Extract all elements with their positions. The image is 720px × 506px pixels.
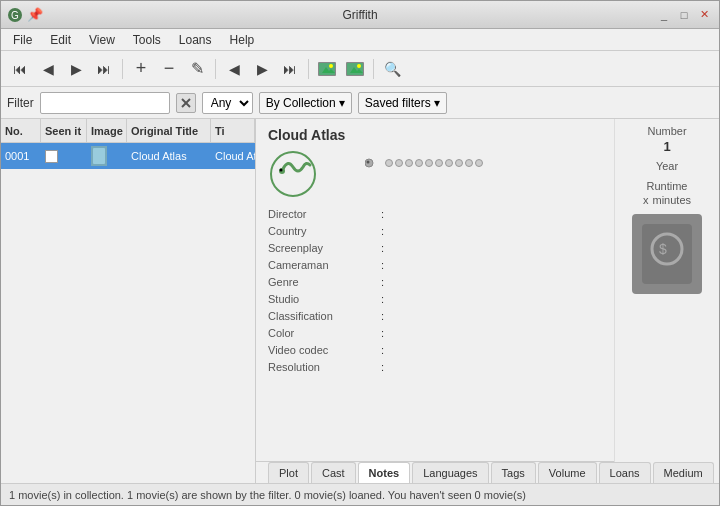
cover-placeholder: $ — [632, 214, 702, 294]
edit-button[interactable]: ✎ — [184, 56, 210, 82]
menu-help[interactable]: Help — [222, 31, 263, 49]
tab-notes[interactable]: Notes — [358, 462, 411, 483]
next2-button[interactable]: ▶ — [249, 56, 275, 82]
field-label-screenplay: Screenplay — [268, 240, 378, 256]
close-button[interactable]: ✕ — [695, 6, 713, 24]
filter-clear-button[interactable] — [176, 93, 196, 113]
movie-list-panel: No. Seen it Image Original Title Ti 0001 — [1, 119, 256, 483]
runtime-x: x — [643, 194, 649, 206]
filter-any-dropdown[interactable]: Any — [202, 92, 253, 114]
filter-bar: Filter Any By Collection ▾ Saved filters… — [1, 87, 719, 119]
detail-sidebar: Number 1 Year Runtime x minutes $ — [614, 119, 719, 483]
image2-button[interactable] — [342, 56, 368, 82]
sidebar-number-label: Number — [647, 125, 686, 137]
app-icon: G — [7, 7, 23, 23]
status-bar: 1 movie(s) in collection. 1 movie(s) are… — [1, 483, 719, 505]
svg-point-18 — [367, 161, 370, 164]
rating-dot-3 — [405, 159, 413, 167]
minimize-button[interactable]: _ — [655, 6, 673, 24]
title-bar: G 📌 Griffith _ □ ✕ — [1, 1, 719, 29]
filter-label: Filter — [7, 96, 34, 110]
movie-thumbnail — [91, 146, 107, 166]
cell-no: 0001 — [1, 143, 41, 169]
tab-volume[interactable]: Volume — [538, 462, 597, 483]
cell-original-title: Cloud Atlas — [127, 143, 211, 169]
toolbar-separator-4 — [373, 59, 374, 79]
toolbar-separator-2 — [215, 59, 216, 79]
prev-button[interactable]: ◀ — [35, 56, 61, 82]
image1-button[interactable] — [314, 56, 340, 82]
cell-image — [87, 143, 127, 169]
remove-button[interactable]: − — [156, 56, 182, 82]
saved-dropdown-icon: ▾ — [434, 96, 440, 110]
menu-view[interactable]: View — [81, 31, 123, 49]
svg-point-14 — [271, 152, 315, 196]
field-value-country: : — [378, 223, 602, 239]
svg-text:$: $ — [659, 241, 667, 257]
svg-rect-13 — [93, 148, 105, 164]
filter-input[interactable] — [40, 92, 170, 114]
by-collection-button[interactable]: By Collection ▾ — [259, 92, 352, 114]
rating-dot-6 — [435, 159, 443, 167]
maximize-button[interactable]: □ — [675, 6, 693, 24]
menu-bar: File Edit View Tools Loans Help — [1, 29, 719, 51]
title-bar-controls: _ □ ✕ — [655, 6, 713, 24]
rating-dot-9 — [465, 159, 473, 167]
menu-file[interactable]: File — [5, 31, 40, 49]
seen-checkbox[interactable] — [45, 150, 58, 163]
field-label-genre: Genre — [268, 274, 378, 290]
rating-area — [365, 157, 483, 202]
search-toolbar-button[interactable]: 🔍 — [379, 56, 405, 82]
field-label-cameraman: Cameraman — [268, 257, 378, 273]
cell-title: Cloud Atlas — [211, 143, 255, 169]
cell-seen — [41, 143, 87, 169]
first-button[interactable]: ⏮ — [7, 56, 33, 82]
saved-filters-button[interactable]: Saved filters ▾ — [358, 92, 447, 114]
main-content: No. Seen it Image Original Title Ti 0001 — [1, 119, 719, 483]
field-label-resolution: Resolution — [268, 359, 378, 375]
field-label-director: Director — [268, 206, 378, 222]
rating-dot-1 — [385, 159, 393, 167]
last2-button[interactable]: ⏭ — [277, 56, 303, 82]
rating-arrow-icon — [365, 157, 383, 169]
tab-cast[interactable]: Cast — [311, 462, 356, 483]
tab-plot[interactable]: Plot — [268, 462, 309, 483]
runtime-minutes: minutes — [652, 194, 691, 206]
menu-tools[interactable]: Tools — [125, 31, 169, 49]
detail-header: Cloud Atlas — [256, 119, 614, 206]
toolbar-separator-1 — [122, 59, 123, 79]
field-value-screenplay: : — [378, 240, 602, 256]
prev2-button[interactable]: ◀ — [221, 56, 247, 82]
detail-with-sidebar: Cloud Atlas — [256, 119, 719, 483]
table-header: No. Seen it Image Original Title Ti — [1, 119, 255, 143]
title-bar-left: G 📌 — [7, 7, 43, 23]
svg-point-5 — [329, 64, 333, 68]
sidebar-runtime-value: x minutes — [643, 194, 691, 206]
tab-tags[interactable]: Tags — [491, 462, 536, 483]
tabs-bar: Plot Cast Notes Languages Tags Volume Lo… — [256, 461, 614, 483]
status-text: 1 movie(s) in collection. 1 movie(s) are… — [9, 489, 526, 501]
last-button[interactable]: ⏭ — [91, 56, 117, 82]
field-label-studio: Studio — [268, 291, 378, 307]
pin-icon: 📌 — [27, 7, 43, 22]
detail-main: Cloud Atlas — [256, 119, 614, 483]
tab-languages[interactable]: Languages — [412, 462, 488, 483]
next-button[interactable]: ▶ — [63, 56, 89, 82]
movie-title: Cloud Atlas — [268, 127, 345, 143]
rating-dot-10 — [475, 159, 483, 167]
menu-edit[interactable]: Edit — [42, 31, 79, 49]
window-title: Griffith — [342, 8, 377, 22]
tab-medium[interactable]: Medium — [653, 462, 714, 483]
detail-title-area: Cloud Atlas — [268, 127, 345, 202]
field-label-country: Country — [268, 223, 378, 239]
field-value-studio: : — [378, 291, 602, 307]
rating-dot-7 — [445, 159, 453, 167]
movie-logo-icon — [268, 149, 318, 199]
table-row[interactable]: 0001 Cloud Atlas Cloud Atlas — [1, 143, 255, 169]
tab-loans[interactable]: Loans — [599, 462, 651, 483]
add-button[interactable]: + — [128, 56, 154, 82]
sidebar-runtime-label: Runtime — [647, 180, 688, 192]
svg-point-9 — [357, 64, 361, 68]
rating-dot-5 — [425, 159, 433, 167]
menu-loans[interactable]: Loans — [171, 31, 220, 49]
